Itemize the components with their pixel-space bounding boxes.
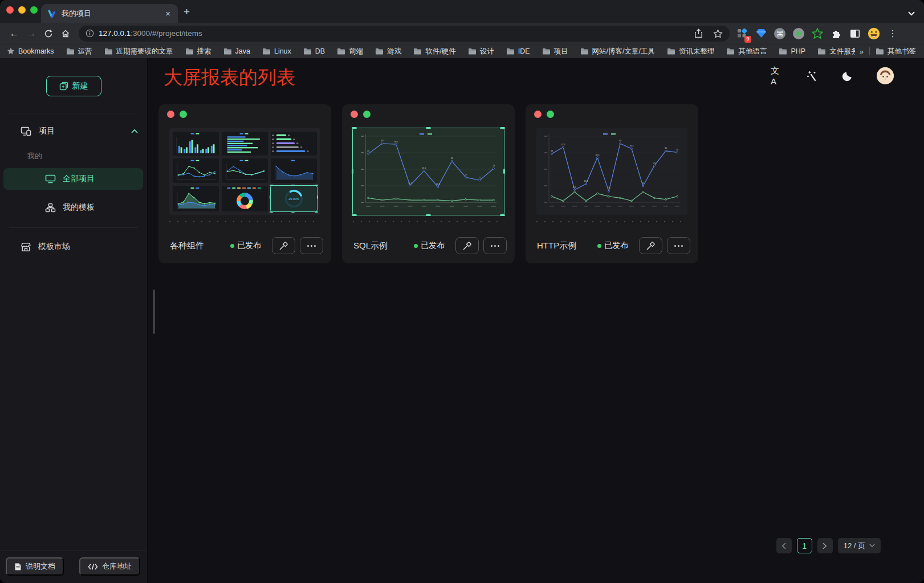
docs-button[interactable]: 说明文档 [6,557,64,576]
bookmark-folder[interactable]: IDE [506,47,530,55]
hammer-icon [462,241,472,251]
bookmark-folder-label: DB [315,47,325,55]
bookmark-folder[interactable]: PHP [779,47,805,55]
sidebar-divider [9,113,138,113]
bookmark-folder[interactable]: 近期需要读的文章 [104,47,173,56]
create-project-button[interactable]: 新建 [46,76,101,96]
reading-mode-icon[interactable] [848,27,862,40]
mini-chart-bar [173,132,219,156]
status-label: 已发布 [237,240,261,251]
page-size-select[interactable]: 12 / 页 [838,538,881,553]
address-bar[interactable]: 127.0.0.1:3000/#/project/items [79,26,730,42]
user-avatar[interactable] [877,67,894,84]
svg-text:15: 15 [479,177,481,179]
extension-record-icon[interactable] [792,27,805,40]
bookmark-folder[interactable]: Java [223,47,250,55]
goview-favicon [47,9,56,18]
bookmark-folder[interactable]: 运营 [66,47,92,56]
bookmark-folder[interactable]: 前端 [337,47,363,56]
bookmark-folder[interactable]: Linux [262,47,291,55]
site-info-icon[interactable] [86,29,94,38]
sidebar-item-template-market[interactable]: 模板市场 [3,236,143,258]
edit-project-button[interactable] [272,237,295,254]
bookmark-folder-label: 资讯未整理 [679,47,715,56]
more-actions-button[interactable] [300,237,323,254]
bookmark-folder[interactable]: 其他语言 [726,47,767,56]
bookmark-folder[interactable]: 网站/博客/文章/工具 [580,47,655,56]
bookmark-folder-label: 其他语言 [738,47,767,56]
project-card-sql[interactable]: 334039.511.521.510.528171523 SQL示例 已发布 [342,104,515,263]
bookmark-folder-label: 设计 [480,47,494,56]
sidebar-group-projects[interactable]: 项目 [0,120,147,142]
sidebar-item-my-templates[interactable]: 我的模板 [3,197,143,218]
folder-icon [185,48,194,55]
bookmark-folder[interactable]: DB [303,47,325,55]
repo-button[interactable]: 仓库地址 [79,557,140,576]
extension-badge: 9 [744,36,751,43]
sidebar-footer: 说明文档 仓库地址 [0,551,147,583]
project-card-components[interactable]: 25.00% 各种组件 已发布 [158,104,331,263]
extension-command-icon[interactable]: ⌘ [773,27,787,40]
edit-project-button[interactable] [455,237,479,254]
bookmark-folder[interactable]: 搜索 [185,47,211,56]
extension-gem-icon[interactable] [754,27,768,40]
project-thumbnail[interactable]: 25.00% [169,128,320,215]
tab-search-chevron-icon[interactable] [908,8,915,18]
svg-text:11: 11 [642,182,644,185]
magic-wand-icon[interactable] [806,70,819,82]
bookmarks-overflow-chevron[interactable]: » [860,47,864,56]
url-text: 127.0.0.1:3000/#/project/items [99,29,690,38]
page-number-button[interactable]: 1 [797,538,812,553]
browser-tab[interactable]: 我的项目 × [41,4,178,23]
dotted-ruler [169,221,320,222]
main-content: 大屏报表的列表 文A 25.00% [148,58,924,583]
svg-text:35: 35 [665,147,667,149]
tab-title: 我的项目 [62,9,158,19]
dark-mode-moon-icon[interactable] [841,70,854,82]
folder-icon [223,48,232,55]
sidebar-item-all-projects[interactable]: 全部项目 [3,168,143,190]
language-icon[interactable]: 文A [771,70,783,82]
svg-text:25.00%: 25.00% [288,197,299,200]
extension-star-icon[interactable] [811,27,824,40]
bookmark-folder[interactable]: 设计 [468,47,494,56]
green-dot [547,111,554,118]
reload-icon[interactable] [40,26,57,42]
bookmark-folder[interactable]: 项目 [542,47,568,56]
minimize-window-button[interactable] [18,6,26,14]
edit-project-button[interactable] [639,237,662,254]
svg-text:7.5: 7.5 [608,187,610,190]
back-icon[interactable]: ← [6,26,23,42]
project-card-http[interactable]: 3337.58.512.530.57.54036.511253534 HTTP示… [526,104,698,263]
prev-page-button[interactable] [776,538,792,553]
project-thumbnail[interactable]: 334039.511.521.510.528171523 [353,128,504,215]
bookmark-folder[interactable]: 资讯未整理 [667,47,715,56]
bookmark-folder[interactable]: 游戏 [375,47,401,56]
browser-menu-icon[interactable]: ⋮ [884,26,901,42]
bookmark-folder[interactable]: 软件/硬件 [413,47,455,56]
share-icon[interactable] [694,28,703,38]
forward-icon[interactable]: → [23,26,40,42]
chevron-up-icon[interactable] [131,129,138,133]
tab-close-icon[interactable]: × [164,9,172,18]
project-thumbnail[interactable]: 3337.58.512.530.57.54036.511253534 [536,128,687,215]
url-host: 127.0.0.1 [99,29,131,38]
svg-text:40: 40 [619,140,621,142]
mini-chart-line [173,158,219,182]
extension-grid-icon[interactable]: 9 [735,27,749,40]
more-actions-button[interactable] [483,237,507,254]
zoom-window-button[interactable] [30,6,38,14]
new-tab-button[interactable]: + [184,7,190,17]
other-bookmarks-folder[interactable]: 其他书签 [876,47,916,56]
scrollbar-thumb[interactable] [153,290,155,334]
close-window-button[interactable] [6,6,14,14]
bookmarks-root[interactable]: Bookmarks [7,47,54,55]
repo-button-label: 仓库地址 [102,561,132,572]
extensions-puzzle-icon[interactable] [829,27,843,40]
home-icon[interactable] [57,26,74,42]
emoji-extension-icon[interactable] [867,27,881,40]
more-actions-button[interactable] [667,237,690,254]
dotted-ruler [536,221,687,222]
bookmark-star-icon[interactable] [713,29,723,38]
next-page-button[interactable] [817,538,833,553]
